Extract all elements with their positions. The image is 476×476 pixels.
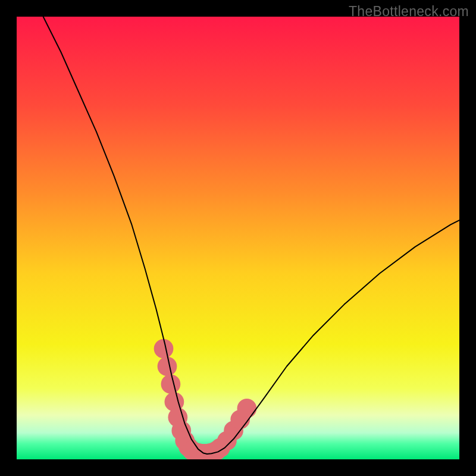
- gradient-background: [17, 17, 459, 459]
- chart-stage: TheBottleneck.com: [0, 0, 476, 476]
- marker-dot: [161, 374, 181, 394]
- marker-dot: [154, 339, 174, 359]
- watermark-text: TheBottleneck.com: [349, 4, 469, 20]
- marker-dot: [237, 399, 257, 418]
- bottleneck-chart: [17, 17, 459, 459]
- plot-area: [17, 17, 459, 459]
- marker-dot: [158, 356, 177, 376]
